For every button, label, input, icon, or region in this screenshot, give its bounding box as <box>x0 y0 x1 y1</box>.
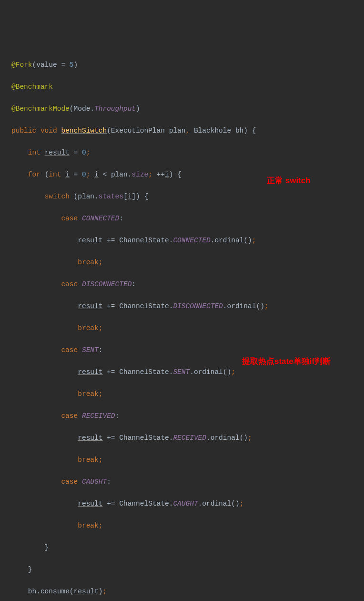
code-editor: @Fork(value = 5) @Benchmark @BenchmarkMo… <box>0 49 364 601</box>
code-line: case SENT: <box>11 345 364 356</box>
code-line: @Benchmark <box>11 82 364 93</box>
code-line: result += ChannelState.CAUGHT.ordinal(); <box>11 498 364 509</box>
code-line: } <box>11 564 364 575</box>
method-name: benchSiwtch <box>61 127 107 135</box>
code-line: for (int i = 0; i < plan.size; ++i) { <box>11 169 364 180</box>
code-line: int result = 0; <box>11 147 364 158</box>
annotation-normal-switch: 正常 switch <box>267 175 311 187</box>
code-line: switch (plan.states[i]) { <box>11 191 364 202</box>
code-line: case CAUGHT: <box>11 477 364 487</box>
code-line: case RECEIVED: <box>11 411 364 422</box>
code-line: break; <box>11 455 364 466</box>
code-line: result += ChannelState.CONNECTED.ordinal… <box>11 235 364 246</box>
code-line: break; <box>11 389 364 400</box>
code-line: bh.consume(result); <box>11 586 364 597</box>
code-line: break; <box>11 520 364 531</box>
annotation: @Fork <box>11 61 32 69</box>
code-line: case CONNECTED: <box>11 213 364 224</box>
annotation: @BenchmarkMode <box>11 105 70 113</box>
code-line: break; <box>11 257 364 268</box>
code-line: result += ChannelState.SENT.ordinal(); <box>11 367 364 378</box>
code-line: case DISCONNECTED: <box>11 279 364 290</box>
code-line: @BenchmarkMode(Mode.Throughput) <box>11 104 364 114</box>
annotation-extract-hotspot: 提取热点state单独if判断 <box>242 355 352 368</box>
code-line: break; <box>11 323 364 334</box>
code-line: } <box>11 542 364 553</box>
annotation: @Benchmark <box>11 83 53 91</box>
code-line: @Fork(value = 5) <box>11 60 364 71</box>
code-line: result += ChannelState.RECEIVED.ordinal(… <box>11 433 364 444</box>
code-line: public void benchSiwtch(ExecutionPlan pl… <box>11 125 364 136</box>
code-line: result += ChannelState.DISCONNECTED.ordi… <box>11 301 364 312</box>
